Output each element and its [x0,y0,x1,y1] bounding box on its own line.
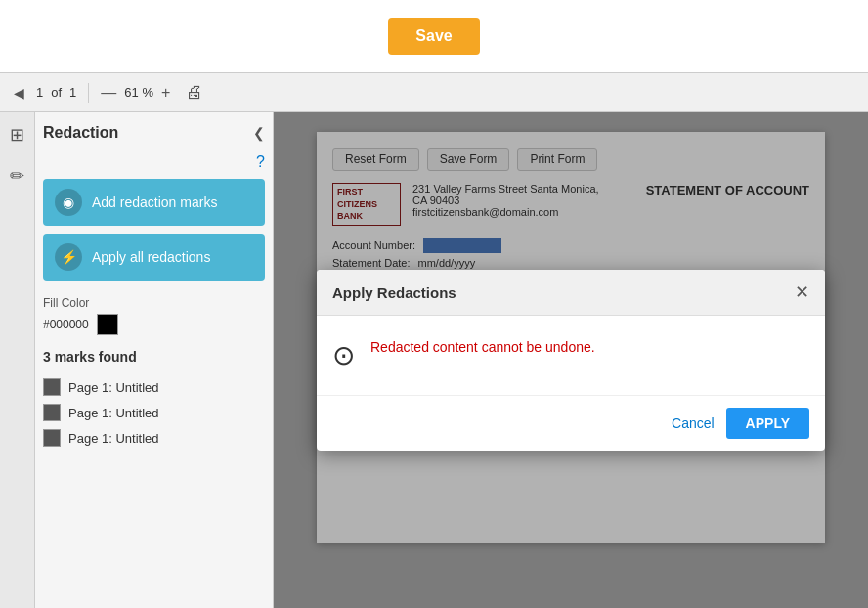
apply-redactions-modal: Apply Redactions ✕ ⊙ Redacted content ca… [317,270,825,451]
add-redaction-button[interactable]: ◉ Add redaction marks [43,179,265,226]
print-icon[interactable]: 🖨 [186,82,203,103]
add-redaction-icon: ◉ [55,189,82,216]
page-sep: of [51,85,62,100]
fill-color-hex: #000000 [43,318,89,331]
document-area: Reset Form Save Form Print Form FIRST CI… [274,112,868,608]
fill-color-swatch[interactable] [97,314,118,335]
list-item[interactable]: Page 1: Untitled [43,427,265,449]
list-item[interactable]: Page 1: Untitled [43,402,265,423]
apply-redactions-icon: ⚡ [55,243,82,271]
mark-swatch-1 [43,378,61,396]
save-button[interactable]: Save [388,18,479,55]
sidebar-help-button[interactable]: ? [256,153,265,171]
modal-overlay: Apply Redactions ✕ ⊙ Redacted content ca… [274,112,868,608]
page-total: 1 [69,85,76,100]
zoom-in-button[interactable]: + [161,84,170,102]
sidebar: ⊞ ✏ Redaction ❮ ? ◉ Add redaction marks … [0,112,274,608]
modal-title: Apply Redactions [332,284,456,301]
page-current: 1 [36,85,43,100]
mark-swatch-2 [43,404,61,421]
add-redaction-label: Add redaction marks [92,195,217,210]
zoom-out-button[interactable]: — [101,84,116,102]
modal-apply-button[interactable]: APPLY [726,408,809,439]
fill-color-row: #000000 [43,314,265,335]
mark-label-3: Page 1: Untitled [68,431,159,446]
sidebar-title: Redaction [43,124,118,142]
prev-page-button[interactable]: ◀ [10,83,28,103]
modal-body: ⊙ Redacted content cannot be undone. [317,316,825,395]
top-bar: Save [0,0,868,73]
mark-swatch-3 [43,429,61,447]
modal-footer: Cancel APPLY [317,395,825,451]
main-area: ⊞ ✏ Redaction ❮ ? ◉ Add redaction marks … [0,112,868,608]
sidebar-grid-icon[interactable]: ⊞ [6,120,28,150]
modal-header: Apply Redactions ✕ [317,270,825,316]
modal-cancel-button[interactable]: Cancel [672,408,715,439]
sidebar-collapse-button[interactable]: ❮ [253,125,265,141]
toolbar-separator [88,83,89,103]
modal-message: Redacted content cannot be undone. [370,339,595,355]
fill-color-section: Fill Color #000000 [43,296,265,335]
zoom-level: 61 % [124,85,153,100]
fill-color-label: Fill Color [43,296,265,310]
mark-label-2: Page 1: Untitled [68,406,159,420]
sidebar-content: Redaction ❮ ? ◉ Add redaction marks ⚡ Ap… [35,112,273,608]
sidebar-header: Redaction ❮ [43,120,265,146]
marks-count: 3 marks found [43,349,265,365]
apply-redactions-button[interactable]: ⚡ Apply all redactions [43,234,265,281]
mark-label-1: Page 1: Untitled [68,380,159,395]
modal-close-button[interactable]: ✕ [795,282,809,303]
marks-list: Page 1: Untitled Page 1: Untitled Page 1… [43,376,265,449]
toolbar: ◀ 1 of 1 — 61 % + 🖨 [0,73,868,112]
apply-redactions-label: Apply all redactions [92,249,210,265]
sidebar-icon-strip: ⊞ ✏ [0,112,35,608]
list-item[interactable]: Page 1: Untitled [43,376,265,398]
sidebar-edit-icon[interactable]: ✏ [6,161,28,191]
warning-icon: ⊙ [332,339,355,371]
